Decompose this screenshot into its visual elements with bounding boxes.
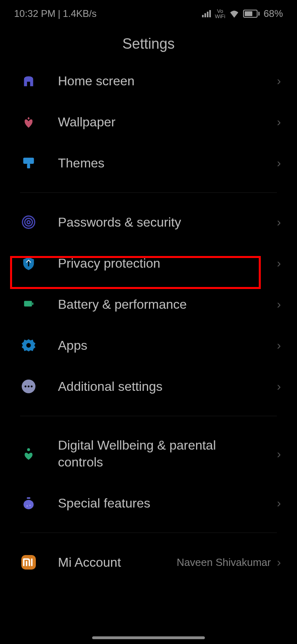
setting-label: Battery & performance [58, 297, 277, 312]
chevron-right-icon: › [277, 339, 281, 352]
svg-point-14 [23, 500, 33, 509]
setting-label: Additional settings [58, 379, 277, 394]
brush-icon [20, 155, 37, 171]
svg-rect-6 [32, 303, 33, 305]
svg-rect-13 [27, 497, 31, 499]
svg-point-7 [26, 343, 31, 347]
svg-rect-5 [24, 301, 32, 307]
chevron-right-icon: › [277, 380, 281, 393]
battery-status-icon [243, 10, 260, 18]
setting-item-mi-account[interactable]: Mi Account Naveen Shivakumar › [0, 542, 297, 583]
battery-icon [20, 296, 37, 313]
setting-item-battery-performance[interactable]: Battery & performance › [0, 284, 297, 325]
setting-label: Themes [58, 156, 277, 171]
svg-point-11 [31, 386, 33, 388]
setting-label: Mi Account [58, 555, 177, 570]
status-bar: 10:32 PM | 1.4KB/s Vo WiFi 68% [0, 0, 297, 25]
setting-item-privacy-protection[interactable]: Privacy protection › [0, 243, 297, 284]
home-indicator[interactable] [92, 636, 205, 639]
status-left: 10:32 PM | 1.4KB/s [14, 8, 97, 19]
mi-icon [20, 554, 37, 571]
dots-icon [20, 378, 37, 395]
svg-point-12 [27, 448, 30, 451]
chevron-right-icon: › [277, 215, 281, 229]
heart-icon [20, 446, 37, 462]
settings-list: Home screen › Wallpaper › Themes › [0, 60, 297, 583]
bottle-icon [20, 495, 37, 512]
vowifi-icon: Vo WiFi [215, 8, 225, 19]
setting-item-themes[interactable]: Themes › [0, 142, 297, 184]
setting-label: Apps [58, 338, 277, 353]
chevron-right-icon: › [277, 74, 281, 88]
status-separator: | [58, 8, 60, 19]
svg-point-4 [27, 221, 30, 224]
chevron-right-icon: › [277, 496, 281, 510]
setting-item-special-features[interactable]: Special features › [0, 483, 297, 524]
fingerprint-icon [20, 214, 37, 231]
home-icon [20, 72, 37, 89]
setting-item-wallpaper[interactable]: Wallpaper › [0, 101, 297, 142]
status-network-speed: 1.4KB/s [63, 8, 97, 19]
setting-label: Home screen [58, 74, 277, 89]
setting-item-passwords-security[interactable]: Passwords & security › [0, 202, 297, 243]
gear-icon [20, 337, 37, 354]
signal-icon [202, 10, 211, 17]
chevron-right-icon: › [277, 256, 281, 270]
setting-label: Special features [58, 496, 277, 511]
setting-item-apps[interactable]: Apps › [0, 325, 297, 366]
setting-item-additional-settings[interactable]: Additional settings › [0, 366, 297, 407]
flower-icon [20, 114, 37, 130]
status-right: Vo WiFi 68% [202, 8, 283, 19]
setting-label: Digital Wellbeing & parental controls [58, 437, 277, 471]
battery-percent: 68% [264, 8, 283, 19]
chevron-right-icon: › [277, 115, 281, 129]
svg-point-3 [25, 219, 33, 226]
chevron-right-icon: › [277, 297, 281, 311]
svg-rect-1 [27, 164, 30, 168]
svg-point-10 [28, 386, 30, 388]
section-divider [20, 533, 277, 533]
svg-point-16 [29, 505, 31, 506]
setting-item-home-screen[interactable]: Home screen › [0, 60, 297, 101]
chevron-right-icon: › [277, 156, 281, 170]
chevron-right-icon: › [277, 447, 281, 461]
section-divider [20, 416, 277, 416]
chevron-right-icon: › [277, 555, 281, 569]
section-divider [20, 192, 277, 193]
setting-item-digital-wellbeing[interactable]: Digital Wellbeing & parental controls › [0, 425, 297, 483]
wifi-icon [229, 10, 239, 18]
setting-label: Privacy protection [58, 256, 277, 271]
svg-point-9 [25, 386, 27, 388]
setting-subtitle: Naveen Shivakumar [177, 556, 271, 569]
svg-rect-0 [23, 158, 34, 164]
setting-label: Wallpaper [58, 115, 277, 130]
shield-icon [20, 255, 37, 272]
page-title: Settings [0, 35, 297, 52]
status-time: 10:32 PM [14, 8, 56, 19]
svg-point-15 [27, 506, 28, 507]
setting-label: Passwords & security [58, 215, 277, 230]
